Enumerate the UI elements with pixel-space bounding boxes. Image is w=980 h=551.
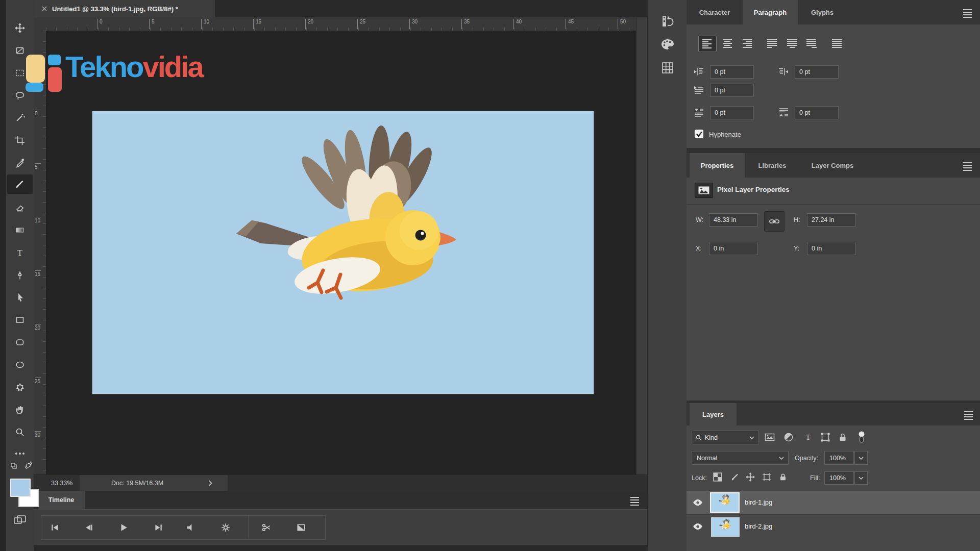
filter-toggle-pin-icon[interactable] — [857, 431, 866, 444]
screen-mode-icon[interactable] — [13, 514, 27, 525]
justify-all-button[interactable] — [828, 36, 846, 51]
status-expander-icon[interactable] — [208, 480, 212, 486]
tab-label: Libraries — [758, 162, 787, 169]
opacity-field[interactable]: 100% — [824, 451, 854, 465]
foreground-color-swatch[interactable] — [10, 479, 31, 497]
lock-transparency-icon[interactable] — [713, 472, 722, 482]
lock-all-icon[interactable] — [778, 472, 788, 482]
space-before-field[interactable]: 0 pt — [710, 106, 754, 119]
ruler-label: 50 — [618, 19, 626, 29]
type-tool[interactable]: T — [10, 243, 30, 262]
color-palette-icon[interactable] — [660, 37, 675, 52]
eraser-tool[interactable] — [10, 198, 30, 217]
visibility-eye-icon[interactable] — [693, 499, 703, 506]
link-dimensions-icon[interactable] — [764, 211, 785, 232]
previous-frame-button[interactable] — [84, 523, 93, 532]
document-tab[interactable]: Untitled1 @ 33.3% (bird-1.jpg, RGB/8#) * — [34, 0, 216, 17]
eyedropper-tool[interactable] — [10, 153, 30, 172]
zoom-tool[interactable] — [10, 422, 30, 442]
layer-thumbnail[interactable] — [711, 517, 740, 537]
filter-type-icon[interactable]: T — [803, 432, 813, 442]
blend-mode-dropdown[interactable]: Normal — [692, 451, 789, 465]
tab-glyphs[interactable]: Glyphs — [798, 0, 847, 24]
layer-thumbnail[interactable] — [710, 492, 740, 513]
zoom-level[interactable]: 33.33% — [51, 475, 72, 491]
default-colors-icon[interactable] — [10, 462, 21, 471]
properties-panel-menu-icon[interactable] — [963, 162, 972, 171]
close-tab-icon[interactable] — [42, 6, 47, 11]
history-icon[interactable] — [660, 13, 675, 29]
rounded-rectangle-tool[interactable] — [10, 333, 30, 352]
filter-adjustment-icon[interactable] — [783, 432, 794, 442]
crop-tool[interactable] — [10, 131, 30, 150]
layers-panel-menu-icon[interactable] — [964, 411, 973, 420]
opacity-chevron[interactable] — [854, 451, 868, 465]
align-center-button[interactable] — [719, 36, 736, 51]
visibility-eye-icon[interactable] — [693, 523, 703, 530]
play-button[interactable] — [119, 523, 128, 532]
fill-field[interactable]: 100% — [824, 471, 854, 485]
tab-layers[interactable]: Layers — [690, 403, 737, 425]
justify-last-right-button[interactable] — [803, 36, 820, 51]
indent-right-field[interactable]: 0 pt — [795, 65, 839, 79]
hyphenate-checkbox[interactable] — [695, 130, 703, 138]
timeline-menu-icon[interactable] — [630, 497, 639, 506]
tab-label: Paragraph — [754, 9, 787, 16]
filter-shape-icon[interactable] — [820, 432, 830, 442]
properties-panel-body: Pixel Layer Properties W: 48.33 in H: 27… — [687, 178, 980, 400]
magic-wand-tool[interactable] — [10, 108, 30, 128]
lock-paint-brush-icon[interactable] — [730, 472, 740, 482]
vertical-ruler[interactable]: 0 5 10 15 20 25 30 — [34, 31, 46, 474]
align-left-button[interactable] — [698, 36, 717, 52]
tab-paragraph[interactable]: Paragraph — [743, 0, 798, 24]
align-right-button[interactable] — [738, 36, 755, 51]
document-canvas[interactable] — [92, 111, 594, 394]
document-scrollbar[interactable] — [636, 17, 648, 491]
move-tool[interactable] — [10, 18, 30, 38]
hand-tool[interactable] — [10, 400, 30, 419]
layer-row-bird-1[interactable]: bird-1.jpg — [687, 491, 980, 514]
split-at-playhead-scissors-icon[interactable] — [262, 523, 271, 532]
first-line-indent-field[interactable]: 0 pt — [710, 84, 754, 97]
path-select-tool[interactable] — [10, 288, 30, 307]
paragraph-panel-menu-icon[interactable] — [963, 9, 972, 18]
lock-position-move-icon[interactable] — [746, 472, 755, 482]
doc-size-box[interactable]: Doc: 19.5M/16.3M — [80, 475, 228, 491]
ellipse-tool[interactable] — [10, 355, 30, 374]
tab-libraries[interactable]: Libraries — [745, 153, 800, 178]
tab-layer-comps[interactable]: Layer Comps — [800, 153, 865, 178]
height-field[interactable]: 27.24 in — [807, 213, 856, 227]
pattern-grid-icon[interactable] — [660, 60, 675, 76]
tab-character[interactable]: Character — [687, 0, 743, 24]
brush-tool[interactable] — [7, 174, 33, 194]
timeline-settings-gear-icon[interactable] — [221, 523, 230, 532]
layer-row-bird-2[interactable]: bird-2.jpg — [687, 514, 980, 538]
filter-lock-icon[interactable] — [838, 432, 848, 442]
swap-colors-icon[interactable] — [24, 461, 33, 469]
custom-shape-tool[interactable] — [10, 378, 30, 397]
space-after-field[interactable]: 0 pt — [795, 106, 839, 119]
layer-filter-kind-dropdown[interactable]: Kind — [692, 431, 759, 444]
tab-properties[interactable]: Properties — [690, 153, 745, 178]
indent-left-field[interactable]: 0 pt — [710, 65, 754, 79]
justify-last-left-button[interactable] — [764, 36, 781, 51]
rectangle-tool[interactable] — [10, 310, 30, 330]
filter-image-icon[interactable] — [764, 432, 775, 442]
first-frame-button[interactable] — [51, 523, 60, 532]
y-field[interactable]: 0 in — [807, 242, 856, 255]
fill-chevron[interactable] — [854, 471, 868, 485]
pen-tool[interactable] — [10, 265, 30, 285]
justify-last-center-button[interactable] — [783, 36, 801, 51]
tab-timeline[interactable]: Timeline — [38, 491, 85, 509]
lock-artboard-icon[interactable] — [762, 472, 771, 482]
x-field[interactable]: 0 in — [709, 242, 758, 255]
mute-audio-button[interactable] — [185, 523, 194, 532]
gradient-tool[interactable] — [10, 220, 30, 240]
next-frame-button[interactable] — [154, 523, 163, 532]
edit-toolbar-ellipsis[interactable] — [10, 444, 30, 463]
pixel-layer-icon — [695, 183, 713, 198]
transition-icon[interactable] — [297, 523, 306, 532]
timeline-scroll-track[interactable] — [34, 545, 647, 551]
horizontal-ruler[interactable]: 0 5 10 15 20 25 30 35 40 45 50 — [46, 17, 636, 31]
width-field[interactable]: 48.33 in — [709, 213, 758, 227]
